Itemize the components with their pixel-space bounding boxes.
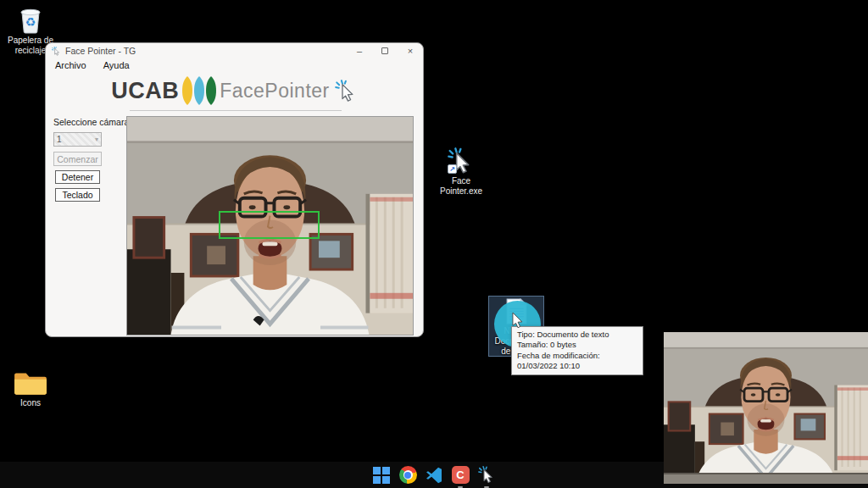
cursor-spark-icon [478, 466, 496, 484]
minimize-button[interactable]: – [347, 43, 372, 58]
face-pointer-shortcut-label: Face Pointer.exe [432, 176, 490, 197]
tooltip-date-line: Fecha de modificación: 01/03/2022 10:10 [517, 351, 637, 372]
camera-select-value: 1 [57, 135, 62, 144]
taskbar-face-pointer-button[interactable] [476, 465, 497, 485]
mouse-cursor-icon [512, 313, 526, 332]
logo-leaves-icon [181, 75, 218, 107]
file-info-tooltip: Tipo: Documento de texto Tamaño: 0 bytes… [511, 326, 643, 375]
tooltip-size-line: Tamaño: 0 bytes [517, 340, 637, 350]
taskbar-vscode-button[interactable] [424, 465, 444, 485]
menu-ayuda[interactable]: Ayuda [103, 60, 130, 70]
taskbar-chrome-button[interactable] [398, 465, 418, 485]
maximize-button[interactable] [372, 43, 398, 58]
logo-facepointer-text: FacePointer [220, 80, 330, 103]
icons-folder-desktop-icon[interactable]: Icons [5, 369, 56, 408]
comenzar-button[interactable]: Comenzar [53, 152, 102, 166]
title-bar[interactable]: Face Pointer - TG – × [46, 43, 423, 58]
folder-icon [13, 369, 48, 396]
recycle-bin-icon [17, 5, 44, 34]
running-indicator [458, 486, 463, 488]
start-button[interactable] [371, 465, 392, 485]
running-indicator [484, 486, 489, 488]
camera-select-dropdown[interactable]: 1 ▾ [53, 132, 102, 147]
tooltip-type-line: Tipo: Documento de texto [517, 330, 637, 340]
app-logo: UCAB FacePointer [46, 73, 423, 108]
logo-cursor-spark-icon [335, 80, 358, 103]
teclado-button[interactable]: Teclado [55, 188, 100, 202]
chevron-down-icon: ▾ [95, 136, 98, 143]
logo-divider [130, 110, 342, 111]
presenter-scene [664, 332, 868, 484]
maximize-icon [381, 47, 388, 54]
face-pointer-shortcut-desktop-icon[interactable]: ↗ Face Pointer.exe [432, 147, 490, 197]
presenter-webcam-overlay [664, 332, 868, 484]
webcam-feed [126, 116, 414, 336]
taskbar-camtasia-button[interactable]: C [450, 465, 470, 485]
menu-bar: Archivo Ayuda [46, 58, 423, 72]
menu-archivo[interactable]: Archivo [55, 60, 86, 70]
cursor-spark-icon: ↗ [447, 147, 476, 175]
detener-button[interactable]: Detener [55, 170, 100, 184]
close-button[interactable]: × [398, 43, 423, 58]
window-title: Face Pointer - TG [65, 46, 347, 56]
face-detection-box [219, 211, 320, 239]
camtasia-icon: C [452, 466, 470, 484]
icons-folder-label: Icons [20, 398, 41, 408]
camera-select-label: Seleccione cámara: [53, 117, 131, 127]
window-app-icon [52, 47, 61, 56]
presenter-desk [664, 473, 868, 484]
logo-ucab-text: UCAB [111, 78, 179, 104]
vscode-icon [425, 466, 443, 485]
face-pointer-window: Face Pointer - TG – × Archivo Ayuda UCAB… [45, 42, 424, 337]
chrome-icon [399, 466, 417, 484]
windows-logo-icon [373, 467, 390, 484]
shortcut-arrow-badge: ↗ [448, 164, 457, 174]
